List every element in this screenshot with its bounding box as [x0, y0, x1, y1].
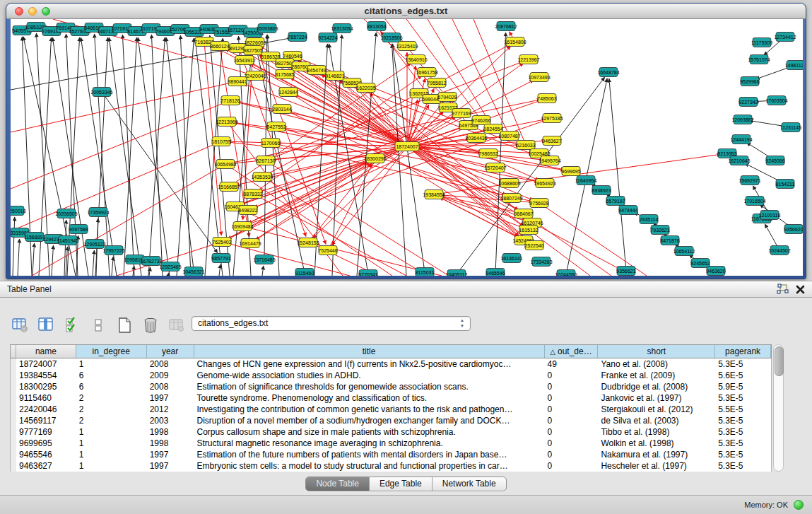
node-table[interactable]: namein_degreeyeartitle△out_de…shortpager… [10, 344, 772, 472]
table-cell[interactable]: Structural magnetic resonance image aver… [194, 438, 545, 449]
red-edge[interactable] [248, 160, 370, 210]
table-row[interactable]: 1872400712008Changes of HCN gene express… [11, 358, 771, 370]
table-cell[interactable]: Changes of HCN gene expression and I(f) … [194, 358, 545, 370]
red-edge[interactable] [11, 141, 221, 231]
table-cell[interactable]: 0 [545, 460, 599, 472]
table-cell[interactable]: Corpus callosum shape and size in male p… [194, 426, 545, 438]
column-header-title[interactable]: title [194, 345, 545, 358]
table-cell[interactable]: Jankovic et al. (1997) [598, 392, 715, 404]
table-cell[interactable]: Tibbo et al. (1998) [598, 426, 715, 438]
table-cell[interactable]: 18300295 [16, 381, 76, 392]
black-edge[interactable] [168, 273, 169, 276]
table-cell[interactable]: 2012 [147, 404, 194, 415]
table-cell[interactable]: 1 [76, 426, 147, 438]
black-edge[interactable] [13, 217, 15, 276]
column-header-short[interactable]: short [598, 345, 715, 358]
table-scrollbar[interactable] [773, 344, 784, 472]
tab-edge-table[interactable]: Edge Table [370, 477, 433, 491]
select-columns-button[interactable] [62, 316, 82, 334]
trash-icon-button[interactable] [141, 316, 160, 334]
black-edge[interactable] [166, 37, 194, 276]
red-edge[interactable] [308, 163, 371, 243]
table-cell[interactable]: Nakamura et al. (1997) [598, 449, 715, 460]
table-cell[interactable]: 18724007 [16, 358, 76, 370]
tab-network-table[interactable]: Network Table [433, 477, 506, 491]
table-cell[interactable]: 2009 [147, 370, 194, 381]
black-edge[interactable] [109, 37, 141, 276]
table-cell[interactable]: 0 [545, 426, 599, 438]
table-cell[interactable]: 0 [545, 438, 599, 449]
black-edge[interactable] [18, 239, 20, 276]
table-cell[interactable]: Estimation of the future numbers of pati… [194, 449, 545, 460]
black-edge[interactable] [262, 266, 264, 276]
table-cell[interactable]: Wolkin et al. (1998) [598, 438, 715, 449]
tab-node-table[interactable]: Node Table [306, 477, 370, 491]
table-cell[interactable]: 1 [76, 449, 147, 460]
table-mode-button[interactable] [10, 316, 30, 334]
network-canvas[interactable]: 5405571108532872769140769140615276052646… [11, 19, 803, 276]
table-cell[interactable]: 1997 [147, 392, 194, 404]
red-edge[interactable] [11, 100, 230, 189]
table-cell[interactable]: Dudbridge et al. (2008) [598, 381, 715, 392]
table-selector-dropdown[interactable]: citations_edges.txt ▲▼ [192, 316, 471, 331]
table-cell[interactable]: 1998 [147, 438, 194, 449]
black-edge[interactable] [33, 243, 35, 276]
table-scrollbar-thumb[interactable] [775, 346, 784, 376]
table-cell[interactable]: 2008 [147, 358, 194, 370]
table-cell[interactable]: 9699695 [16, 438, 76, 449]
red-edge[interactable] [242, 226, 442, 276]
black-edge[interactable] [148, 37, 165, 276]
table-cell[interactable]: 0 [545, 404, 599, 415]
table-cell[interactable]: Disruption of a novel member of a sodium… [194, 415, 545, 426]
table-cell[interactable]: 5.3E-5 [715, 438, 771, 449]
table-cell[interactable]: 2008 [147, 381, 194, 392]
red-edge[interactable] [262, 177, 428, 276]
table-cell[interactable]: 1 [76, 438, 147, 449]
table-row[interactable]: 1938455462009Genome-wide association stu… [11, 370, 771, 381]
table-cell[interactable]: 1997 [147, 460, 194, 472]
black-edge[interactable] [52, 245, 53, 276]
table-cell[interactable]: 9115460 [16, 392, 76, 404]
table-cell[interactable]: 5.3E-5 [715, 449, 771, 460]
column-header-name[interactable]: name [16, 345, 76, 358]
table-cell[interactable]: 2003 [147, 415, 194, 426]
column-header-indegree[interactable]: in_degree [76, 345, 147, 358]
black-edge[interactable] [122, 35, 134, 276]
table-row[interactable]: 2242004622012Investigating the contribut… [11, 404, 771, 415]
table-cell[interactable]: 9463627 [16, 460, 76, 472]
table-tab-segment[interactable]: Node TableEdge TableNetwork Table [305, 477, 506, 491]
column-header-year[interactable]: year [147, 345, 194, 358]
table-cell[interactable]: 0 [545, 415, 599, 426]
close-panel-icon[interactable] [796, 285, 805, 294]
column-header-outde[interactable]: △out_de… [545, 345, 599, 358]
black-edge[interactable] [138, 37, 170, 276]
black-edge[interactable] [149, 267, 151, 276]
table-cell[interactable]: 9465546 [16, 449, 76, 460]
table-cell[interactable]: 2 [76, 404, 147, 415]
table-row[interactable]: 1830029562008Estimation of significance … [11, 381, 771, 392]
black-edge[interactable] [392, 44, 425, 272]
table-row[interactable]: 977716911998Corpus callosum shape and si… [11, 426, 771, 438]
new-table-button[interactable] [114, 316, 134, 334]
red-edge[interactable] [529, 230, 590, 276]
table-cell[interactable]: 9777169 [16, 426, 76, 438]
table-cell[interactable]: Embryonic stem cells: a model to study s… [194, 460, 545, 472]
table-cell[interactable]: 1997 [147, 449, 194, 460]
table-row[interactable]: 946554611997Estimation of the future num… [11, 449, 771, 460]
black-edge[interactable] [609, 78, 626, 271]
table-cell[interactable]: Stergiakouli et al. (2012) [598, 404, 715, 415]
table-row[interactable]: 969969511998Structural magnetic resonanc… [11, 438, 771, 449]
float-panel-icon[interactable] [777, 284, 789, 295]
table-cell[interactable]: 0 [545, 392, 599, 404]
table-cell[interactable]: Investigating the contribution of common… [194, 404, 545, 415]
table-row[interactable]: 946362711997Embryonic stem cells: a mode… [11, 460, 771, 472]
table-cell[interactable]: Tourette syndrome. Phenomenology and cla… [194, 392, 545, 404]
column-highlight-button[interactable] [36, 316, 56, 334]
table-cell[interactable]: 6 [76, 370, 147, 381]
table-cell[interactable]: 5.3E-5 [715, 460, 771, 472]
table-cell[interactable]: 1 [76, 460, 147, 472]
table-cell[interactable]: Franke et al. (2009) [598, 370, 715, 381]
table-cell[interactable]: 0 [545, 449, 599, 460]
red-edge[interactable] [293, 56, 534, 151]
citation-network-graph[interactable]: 5405571108532872769140769140615276052646… [11, 19, 803, 276]
